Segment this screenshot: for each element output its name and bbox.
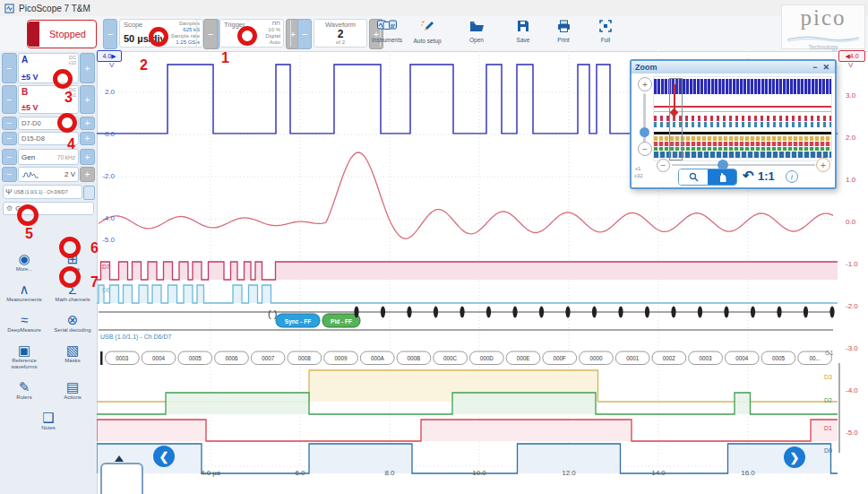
waveform-panel[interactable]: Waveform 2 of 2 bbox=[314, 19, 367, 48]
zoom-selection-rect[interactable] bbox=[669, 78, 683, 160]
waveform-prev-button[interactable]: − bbox=[297, 19, 312, 49]
zoom-window-titlebar[interactable]: Zoom − ✕ bbox=[632, 61, 835, 74]
zoom-window-title: Zoom bbox=[635, 63, 657, 72]
sidebar-tool-actions[interactable]: ▤Actions bbox=[50, 379, 95, 401]
zoom-close-button[interactable]: ✕ bbox=[821, 63, 831, 72]
usb-decoder-row[interactable]: Ψ USB (1.0/1.1) - Ch D6/D7 bbox=[2, 185, 95, 199]
x-axis-tick: 12.0 bbox=[553, 469, 585, 477]
trigger-minus-button[interactable]: − bbox=[203, 19, 218, 49]
channel-a-plus-button[interactable]: + bbox=[80, 53, 95, 83]
trigger-info: ⊓⊓ 10 % Digital Auto bbox=[265, 21, 280, 46]
svg-text:0004: 0004 bbox=[152, 355, 166, 361]
gen-frequency: 70 kHz bbox=[57, 154, 78, 160]
auto-setup-button[interactable]: Auto setup bbox=[407, 20, 448, 44]
digital-d15-d8-row[interactable]: − D15-D8 + bbox=[2, 132, 95, 145]
zoom-undo-icon[interactable]: ↶ bbox=[743, 168, 754, 184]
left-axis-tick: -4.0 bbox=[95, 214, 115, 222]
gear-icon: ⚙ bbox=[4, 204, 15, 212]
zoom-h-plus-button[interactable]: + bbox=[816, 158, 830, 172]
gen-amp-minus-button[interactable]: − bbox=[2, 167, 17, 182]
trigger-pattern-icon: ⊓⊓ bbox=[272, 21, 280, 26]
channel-a-row[interactable]: − A DCx10 ±5 V + bbox=[2, 53, 95, 83]
arbitrary-waveform-icon bbox=[21, 170, 39, 179]
lane-label-d7: D7 bbox=[102, 264, 110, 270]
overview-scroll-thumb[interactable] bbox=[100, 463, 143, 494]
sidebar-tool-more[interactable]: ◉More... bbox=[2, 251, 47, 273]
channel-b-minus-button[interactable]: − bbox=[2, 85, 17, 114]
d7d0-minus-button[interactable]: − bbox=[2, 117, 17, 130]
digital-d7-d0-row[interactable]: − D7-D0 + bbox=[2, 117, 95, 130]
generator-amplitude-row[interactable]: − 2 V + bbox=[2, 167, 95, 182]
sidebar-tool-measurements[interactable]: ∧Measurements bbox=[2, 282, 47, 303]
channel-a-minus-button[interactable]: − bbox=[2, 53, 17, 83]
gen-plus-button[interactable]: + bbox=[80, 149, 95, 165]
svg-text:00...: 00... bbox=[810, 355, 821, 361]
lane-label-d6: D6 bbox=[102, 287, 110, 293]
zoom-pan-tool-button[interactable] bbox=[708, 169, 736, 185]
digital-group-bracket bbox=[838, 363, 840, 453]
reference-icon: ▣ bbox=[2, 342, 47, 358]
zoom-in-button[interactable]: + bbox=[638, 77, 652, 91]
group-g1-row[interactable]: ⚙ G1 bbox=[2, 202, 95, 215]
lane-label-d2: D2 bbox=[824, 397, 832, 403]
sidebar-tool-rulers[interactable]: ✎Rulers bbox=[2, 379, 47, 401]
zoom-minimize-button[interactable]: − bbox=[809, 63, 821, 72]
sidebar-tool-masks[interactable]: ▧Masks bbox=[50, 342, 95, 370]
waveform-of: of 2 bbox=[314, 39, 366, 45]
channel-a-range: ±5 V bbox=[21, 73, 38, 82]
sidebar-tool-deepmeasure[interactable]: ≈DeepMeasure bbox=[2, 312, 47, 334]
annotation-number-7: 7 bbox=[90, 274, 99, 290]
lane-label-d1: D1 bbox=[824, 425, 832, 431]
x-axis-tick: 4.0 µs bbox=[194, 469, 227, 477]
channel-b-plus-button[interactable]: + bbox=[80, 85, 95, 114]
svg-text:0005: 0005 bbox=[772, 355, 786, 361]
sidebar-tool-reference[interactable]: ▣Reference waveforms bbox=[2, 342, 47, 370]
full-button[interactable]: Full bbox=[585, 20, 626, 43]
right-axis-marker[interactable]: ◀4.0 bbox=[838, 50, 865, 62]
instruments-button[interactable]: Instruments bbox=[366, 20, 408, 43]
zoom-info-button[interactable]: i bbox=[786, 170, 798, 183]
right-axis-unit: V bbox=[848, 61, 853, 69]
zoom-out-button[interactable]: − bbox=[638, 142, 652, 156]
actions-icon: ▤ bbox=[50, 379, 95, 394]
generator-row[interactable]: − Gen 70 kHz + bbox=[2, 149, 95, 165]
zoom-overview-thumbnail[interactable] bbox=[653, 76, 832, 161]
zoom-horizontal-slider[interactable] bbox=[672, 164, 815, 166]
auto-setup-icon bbox=[420, 21, 434, 36]
zoom-magnifier-tool-button[interactable] bbox=[679, 169, 708, 185]
channel-b-row[interactable]: − B DCx1 ±5 V + bbox=[2, 85, 95, 114]
zoom-overlay-window[interactable]: Zoom − ✕ + − − + x1 x32 ↶ 1:1 i bbox=[630, 59, 837, 189]
gen-amp-plus-button[interactable]: + bbox=[80, 167, 95, 182]
usb-decoder-toggle[interactable] bbox=[83, 186, 95, 200]
d15d8-plus-button[interactable]: + bbox=[80, 132, 95, 145]
pan-right-button[interactable]: ❯ bbox=[784, 446, 805, 468]
title-bar: PicoScope 7 T&M − □ ✕ bbox=[0, 0, 868, 17]
stop-start-button[interactable]: Stopped bbox=[27, 20, 97, 48]
svg-text:Sync - FF: Sync - FF bbox=[285, 318, 311, 325]
zoom-tool-toggle bbox=[678, 169, 737, 186]
zoom-h-minus-button[interactable]: − bbox=[657, 159, 670, 172]
gen-amplitude-value: 2 V bbox=[64, 170, 78, 178]
scope-minus-button[interactable]: − bbox=[103, 19, 117, 49]
sidebar-tool-serial[interactable]: ⊗Serial decoding bbox=[50, 312, 95, 334]
x-axis-tick: 8.0 bbox=[374, 469, 406, 477]
hex-group-label: G1 bbox=[825, 350, 833, 356]
overview-thumb-handle-icon[interactable] bbox=[115, 455, 124, 462]
right-axis-tick: -2.0 bbox=[846, 302, 858, 310]
d7d0-label: D7-D0 bbox=[19, 119, 41, 127]
d7d0-plus-button[interactable]: + bbox=[80, 117, 95, 130]
x-axis-tick: 6.0 bbox=[284, 469, 316, 477]
save-button[interactable]: Save bbox=[503, 20, 544, 43]
sidebar-tool-notes[interactable]: ❑Notes bbox=[26, 410, 71, 431]
d15d8-minus-button[interactable]: − bbox=[2, 132, 17, 145]
left-axis-unit: V bbox=[109, 61, 114, 69]
pan-left-button[interactable]: ❮ bbox=[153, 446, 175, 467]
print-button[interactable]: Print bbox=[543, 20, 584, 43]
zoom-ratio-label[interactable]: 1:1 bbox=[758, 169, 775, 183]
usb-decoder-label: USB (1.0/1.1) - Ch D6/D7 bbox=[14, 189, 68, 195]
open-button[interactable]: Open bbox=[456, 20, 497, 43]
digital-d6-trace bbox=[97, 285, 838, 303]
zoom-vertical-slider-thumb[interactable] bbox=[640, 127, 649, 137]
notes-icon: ❑ bbox=[26, 410, 71, 425]
gen-minus-button[interactable]: − bbox=[2, 149, 17, 165]
